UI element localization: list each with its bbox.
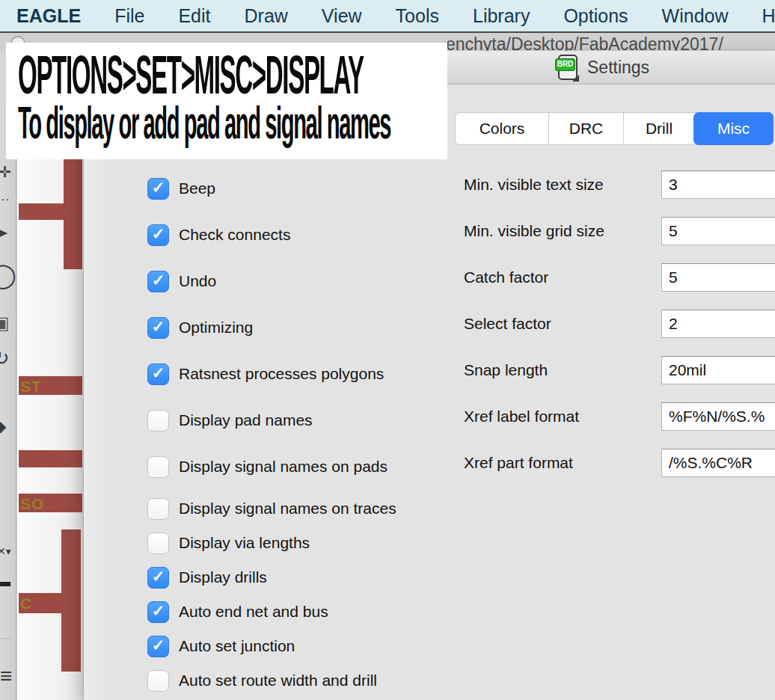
- checkbox-box[interactable]: ✓: [147, 498, 169, 520]
- annotation-line-2: To display or add pad and signal names: [18, 99, 390, 146]
- field-label: Min. visible text size: [464, 171, 604, 199]
- tool-icon-dots[interactable]: ⋯: [0, 193, 10, 206]
- checkbox-box[interactable]: ✓: [147, 363, 169, 385]
- check-icon: ✓: [152, 568, 165, 586]
- menu-window[interactable]: Window: [662, 5, 729, 27]
- menu-library[interactable]: Library: [473, 5, 530, 27]
- checkbox-display-pad-names[interactable]: ✓ Display pad names: [147, 409, 313, 432]
- check-icon: ✓: [152, 602, 165, 620]
- checkbox-display-signal-names-traces[interactable]: ✓ Display signal names on traces: [147, 497, 396, 520]
- field-label: Xref part format: [464, 449, 573, 477]
- tool-icon-move[interactable]: ✛: [0, 165, 11, 179]
- min-visible-grid-size-input[interactable]: [661, 217, 775, 245]
- checkbox-label: Display drills: [179, 568, 267, 586]
- checkbox-beep[interactable]: ✓ Beep: [147, 177, 215, 200]
- field-label: Select factor: [464, 310, 551, 338]
- checkbox-label: Display signal names on pads: [179, 458, 388, 476]
- checkbox-label: Optimizing: [179, 319, 253, 337]
- screen: EAGLE File Edit Draw View Tools Library …: [0, 0, 775, 700]
- checkbox-label: Display signal names on traces: [179, 500, 396, 518]
- field-label: Snap length: [464, 356, 548, 384]
- tab-drc[interactable]: DRC: [548, 113, 623, 144]
- tool-icon-line[interactable]: —: [0, 630, 12, 645]
- checkbox-box[interactable]: ✓: [147, 670, 169, 692]
- min-visible-text-size-input[interactable]: [661, 171, 775, 199]
- checkbox-auto-set-junction[interactable]: ✓ Auto set junction: [147, 635, 295, 657]
- checkbox-label: Ratsnest processes polygons: [179, 365, 384, 383]
- checkbox-box[interactable]: ✓: [147, 178, 169, 200]
- tool-icon-polygon[interactable]: ▣: [0, 314, 10, 332]
- check-icon: ✓: [152, 271, 165, 289]
- xref-label-format-input[interactable]: [661, 402, 775, 431]
- xref-part-format-input[interactable]: [661, 449, 775, 477]
- checkbox-label: Display pad names: [179, 411, 313, 429]
- field-label: Catch factor: [464, 263, 548, 292]
- checkbox-label: Undo: [179, 272, 216, 290]
- net-label: ST: [20, 378, 42, 394]
- checkbox-label: Check connects: [179, 226, 290, 244]
- snap-length-input[interactable]: [661, 356, 775, 384]
- tool-icon-rotate[interactable]: ↻: [0, 349, 10, 368]
- tool-icon-delete[interactable]: ✕▾: [0, 546, 11, 556]
- checkbox-check-connects[interactable]: ✓ Check connects: [147, 224, 290, 246]
- dialog-title: Settings: [587, 58, 649, 78]
- brd-badge-label: BRD: [555, 58, 575, 71]
- check-icon: ✓: [152, 225, 165, 243]
- menu-view[interactable]: View: [322, 5, 362, 27]
- checkbox-undo[interactable]: ✓ Undo: [147, 270, 216, 292]
- check-icon: ✓: [152, 636, 165, 654]
- checkbox-label: Auto set route width and drill: [179, 672, 377, 690]
- field-label: Xref label format: [464, 402, 579, 431]
- check-icon: ✓: [152, 179, 165, 197]
- menu-draw[interactable]: Draw: [245, 5, 288, 27]
- tab-colors[interactable]: Colors: [456, 113, 548, 144]
- checkbox-box[interactable]: ✓: [147, 456, 169, 478]
- checkbox-label: Auto set junction: [179, 637, 295, 655]
- copper-trace[interactable]: [19, 203, 82, 220]
- checkbox-box[interactable]: ✓: [147, 317, 169, 339]
- annotation-line-1: OPTIONS>SET>MISC>DISPLAY: [18, 48, 364, 102]
- checkbox-box[interactable]: ✓: [147, 410, 169, 432]
- tool-icon-route[interactable]: ➤: [0, 226, 8, 240]
- menu-file[interactable]: File: [114, 5, 144, 27]
- tab-bar: Colors DRC Drill Misc: [455, 112, 774, 145]
- checkbox-box[interactable]: ✓: [147, 224, 169, 246]
- checkbox-label: Display via lengths: [179, 534, 310, 552]
- select-factor-input[interactable]: [661, 310, 775, 338]
- net-label: C: [20, 595, 32, 611]
- tab-misc[interactable]: Misc: [693, 112, 774, 145]
- checkbox-display-signal-names-pads[interactable]: ✓ Display signal names on pads: [147, 455, 388, 478]
- checkbox-box[interactable]: ✓: [147, 636, 169, 657]
- net-label: SO: [20, 496, 44, 512]
- checkbox-auto-end-net-bus[interactable]: ✓ Auto end net and bus: [147, 601, 328, 623]
- checkbox-box[interactable]: ✓: [147, 271, 169, 292]
- checkbox-display-via-lengths[interactable]: ✓ Display via lengths: [147, 532, 310, 554]
- checkbox-box[interactable]: ✓: [147, 567, 169, 589]
- checkbox-auto-set-route-width-drill[interactable]: ✓ Auto set route width and drill: [147, 669, 377, 692]
- field-label: Min. visible grid size: [464, 217, 604, 245]
- checkbox-box[interactable]: ✓: [147, 532, 169, 554]
- check-icon: ✓: [152, 318, 165, 336]
- checkbox-box[interactable]: ✓: [147, 601, 169, 623]
- menu-bar: EAGLE File Edit Draw View Tools Library …: [0, 0, 775, 33]
- tool-icon-layers[interactable]: ≡: [0, 666, 12, 687]
- tab-drill[interactable]: Drill: [623, 113, 694, 144]
- tool-icon-wire[interactable]: ▬: [0, 574, 10, 589]
- menu-tools[interactable]: Tools: [396, 5, 439, 27]
- menu-eagle[interactable]: EAGLE: [16, 5, 81, 27]
- checkbox-label: Beep: [179, 179, 215, 197]
- menu-edit[interactable]: Edit: [178, 5, 210, 27]
- tool-icon-circle[interactable]: ◯: [0, 263, 16, 287]
- menu-options[interactable]: Options: [563, 5, 628, 27]
- annotation-overlay: OPTIONS>SET>MISC>DISPLAY To display or a…: [6, 43, 447, 159]
- menu-help[interactable]: H: [762, 5, 775, 27]
- brd-document-icon: BRD: [556, 55, 578, 80]
- catch-factor-input[interactable]: [661, 263, 775, 292]
- checkbox-optimizing[interactable]: ✓ Optimizing: [147, 316, 253, 339]
- check-icon: ✓: [152, 364, 165, 382]
- checkbox-label: Auto end net and bus: [179, 603, 328, 621]
- tool-icon-marker[interactable]: ◆: [0, 419, 6, 434]
- checkbox-ratsnest-polygons[interactable]: ✓ Ratsnest processes polygons: [147, 363, 384, 385]
- copper-trace[interactable]: [19, 450, 82, 467]
- checkbox-display-drills[interactable]: ✓ Display drills: [147, 566, 267, 589]
